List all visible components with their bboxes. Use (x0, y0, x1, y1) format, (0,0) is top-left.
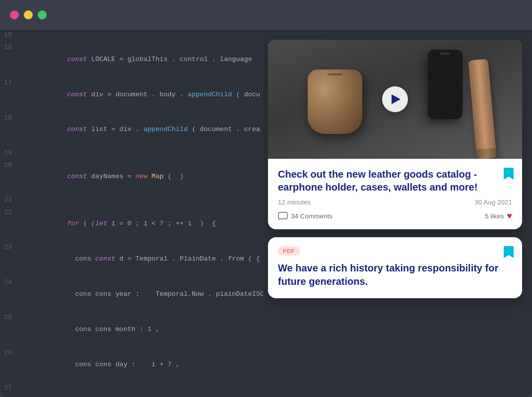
likes-section[interactable]: 5 likes ♥ (485, 211, 512, 221)
keyword: const (67, 91, 91, 98)
card-meta: 12 minutes 30 Aug 2021 (278, 198, 512, 206)
pdf-card-body: PDF We have a rich history taking respon… (268, 237, 522, 298)
code-line-16: 16 const LOCALE = globalThis . control .… (0, 42, 263, 77)
code-text: cons cons day : i + (67, 361, 168, 368)
line-number: 23 (0, 242, 19, 253)
pdf-title: We have a rich history taking responsibi… (278, 262, 512, 288)
code-text: ( (79, 220, 91, 227)
code-text: cons cons year : Temporal.Now . plainDat… (67, 290, 263, 298)
code-line-25: 25 cons cons month : 1 , (0, 312, 263, 347)
main-area: 15 16 const LOCALE = globalThis . contro… (0, 30, 532, 397)
comments-section[interactable]: 34 Comments (278, 212, 332, 221)
keyword: (let (91, 220, 107, 227)
play-triangle-icon (392, 94, 400, 104)
line-number: 22 (0, 207, 19, 218)
keyword: for (67, 220, 79, 227)
comments-count: 34 Comments (291, 212, 332, 220)
close-button[interactable] (10, 10, 19, 19)
code-text: ( docu (232, 91, 260, 98)
comment-icon (278, 212, 288, 221)
cards-area: Check out the new leather goods catalog … (263, 30, 532, 397)
code-line-19: 19 (0, 147, 263, 159)
publish-date: 30 Aug 2021 (474, 198, 512, 206)
bookmark-icon[interactable] (503, 167, 514, 183)
pen-case-prop (468, 59, 496, 159)
code-content: const list = div . appendChild ( documen… (19, 112, 260, 147)
line-number: 19 (0, 147, 19, 159)
line-number: 17 (0, 77, 19, 89)
code-text: LOCALE = globalThis . control . language (91, 56, 252, 63)
code-editor[interactable]: 15 16 const LOCALE = globalThis . contro… (0, 30, 263, 397)
code-text: ( document . crea (188, 126, 260, 133)
pdf-card[interactable]: PDF We have a rich history taking respon… (268, 237, 522, 298)
line-number: 21 (0, 195, 19, 206)
code-line-20: 20 const dayNames = new Map ( ) (0, 159, 263, 195)
code-content: const LOCALE = globalThis . control . la… (19, 42, 252, 77)
code-content: cons cons year : Temporal.Now . plainDat… (19, 276, 263, 312)
code-text: cons (67, 255, 95, 263)
code-line-24: 24 cons cons year : Temporal.Now . plain… (0, 276, 263, 312)
maximize-button[interactable] (38, 10, 47, 19)
code-line-26: 26 cons cons day : i + 7 , (0, 347, 263, 382)
article-card[interactable]: Check out the new leather goods catalog … (268, 40, 522, 229)
card-image (268, 40, 522, 159)
keyword: const (67, 126, 91, 133)
code-content: cons const d = Temporal . PlainDate . fr… (19, 241, 260, 276)
read-time: 12 minutes (278, 198, 311, 206)
title-bar (0, 0, 532, 30)
line-number: 25 (0, 312, 19, 324)
number: 7 (168, 361, 172, 368)
card-body: Check out the new leather goods catalog … (268, 159, 522, 229)
article-title: Check out the new leather goods catalog … (278, 168, 512, 194)
keyword: const (67, 56, 91, 63)
code-text: ( ) (164, 173, 184, 180)
keyword: new (135, 173, 151, 180)
code-content: const div = document . body . appendChil… (19, 77, 260, 112)
card-actions: 34 Comments 5 likes ♥ (278, 211, 512, 221)
likes-count: 5 likes (485, 212, 504, 220)
minimize-button[interactable] (24, 10, 33, 19)
leather-scene-image (268, 40, 522, 159)
play-button[interactable] (382, 86, 408, 112)
function-name: appendChild (188, 91, 232, 98)
code-text: i = (107, 220, 128, 227)
code-text: , (151, 326, 159, 333)
line-number: 18 (0, 113, 19, 124)
line-number: 20 (0, 160, 19, 171)
code-text: cons cons month : (67, 326, 147, 333)
code-text: list = div . (91, 126, 143, 133)
code-text: dayNames = (91, 173, 135, 180)
code-text: , (172, 361, 180, 368)
number: 7 (160, 220, 164, 227)
code-text: div = document . body . (91, 91, 188, 98)
code-text: ; ++ i ) { (164, 220, 216, 227)
code-content: cons } ) (19, 382, 107, 397)
code-line-23: 23 cons const d = Temporal . PlainDate .… (0, 241, 263, 276)
line-number: 26 (0, 347, 19, 359)
keyword: const (67, 173, 91, 180)
airpods-case-prop (308, 69, 362, 134)
bookmark-icon-2[interactable] (503, 245, 514, 261)
code-text: ; i < (132, 220, 160, 227)
code-line-18: 18 const list = div . appendChild ( docu… (0, 112, 263, 147)
line-number: 24 (0, 277, 19, 288)
function-name: appendChild (143, 126, 188, 133)
phone-prop (428, 50, 463, 119)
code-line-22: 22 for ( (let i = 0 ; i < 7 ; ++ i ) { (0, 206, 263, 242)
app-window: 15 16 const LOCALE = globalThis . contro… (0, 0, 532, 397)
keyword: const (95, 255, 116, 263)
line-number: 15 (0, 30, 19, 41)
line-number: 16 (0, 42, 19, 54)
number: 0 (128, 220, 132, 227)
object-name: Map (151, 173, 163, 180)
code-content: const dayNames = new Map ( ) (19, 159, 184, 195)
code-line-15: 15 (0, 30, 263, 42)
heart-icon: ♥ (507, 211, 512, 221)
code-line-27: 27 cons } ) (0, 382, 263, 397)
code-lines: 15 16 const LOCALE = globalThis . contro… (0, 30, 263, 397)
pdf-badge: PDF (278, 247, 300, 256)
code-content: cons cons day : i + 7 , (19, 347, 180, 382)
code-line-17: 17 const div = document . body . appendC… (0, 77, 263, 112)
code-text: d = Temporal . PlainDate . from ( { (115, 255, 260, 263)
code-line-21: 21 (0, 195, 263, 206)
